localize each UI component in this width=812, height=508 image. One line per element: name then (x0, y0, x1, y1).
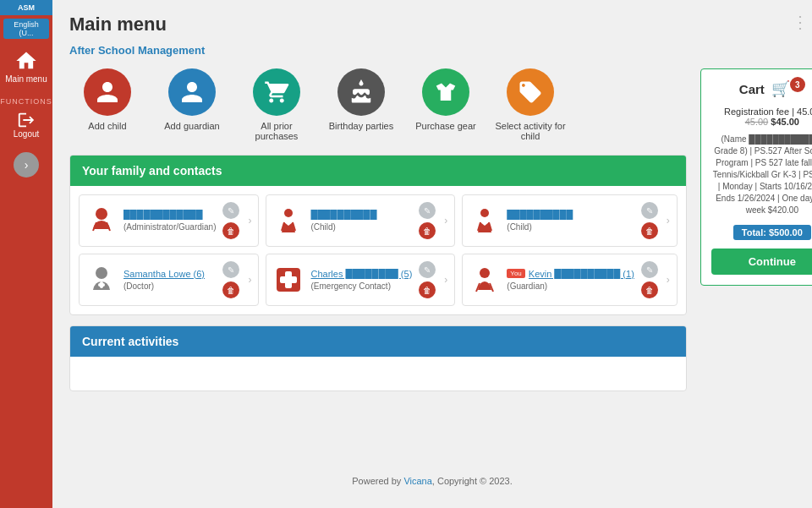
child2-expand-arrow[interactable]: › (667, 215, 670, 227)
functions-label: FUNCTIONS (0, 97, 52, 106)
svg-point-15 (480, 268, 490, 278)
child1-avatar-icon (273, 205, 304, 236)
cart-icon: 🛒 (771, 79, 790, 98)
contact-actions-emergency: ✎ 🗑 (419, 261, 436, 298)
contact-card-doctor: Samantha Lowe (6) (Doctor) ✎ 🗑 › (79, 254, 259, 306)
contact-avatar-doctor (86, 265, 117, 295)
contact-role-doctor: (Doctor) (123, 281, 154, 291)
contact-name-child2[interactable]: ██████████ (507, 210, 634, 220)
child2-avatar-icon (469, 205, 500, 236)
guardian-avatar-icon (86, 205, 117, 236)
birthday-icon (348, 79, 374, 105)
contact-info-emergency: Charles ████████ (5) (Emergency Contact) (310, 269, 412, 292)
contact-info-doctor: Samantha Lowe (6) (Doctor) (123, 269, 216, 292)
edit-child2-button[interactable]: ✎ (641, 202, 658, 219)
sidebar-main-menu[interactable]: Main menu (0, 42, 52, 90)
contact-actions-guardian2: ✎ 🗑 (641, 261, 658, 298)
family-section: Your family and contacts (69, 155, 687, 315)
page-title: Main menu (69, 14, 795, 36)
add-guardian-icon (179, 79, 205, 105)
expand-button[interactable]: › (14, 152, 39, 178)
footer: Powered by Vicana, Copyright © 2023. (69, 467, 795, 494)
contact-name-guardian2[interactable]: Kevin ██████████ (1) (529, 269, 634, 279)
birthday-icon-circle (337, 68, 385, 116)
gear-icon-circle (422, 68, 469, 116)
sidebar-main-menu-label: Main menu (5, 74, 47, 84)
add-child-icon-circle (84, 68, 131, 116)
language-button[interactable]: English (U... (3, 19, 49, 39)
gear-label: Purchase gear (415, 121, 476, 131)
tag-icon (518, 79, 543, 105)
emergency-expand-arrow[interactable]: › (444, 274, 447, 286)
activity-icon-circle (507, 68, 554, 116)
footer-link[interactable]: Vicana (403, 476, 431, 486)
footer-copyright: , Copyright © 2023. (432, 476, 513, 486)
edit-guardian2-button[interactable]: ✎ (641, 261, 658, 278)
contact-role-guardian: (Administrator/Guardian) (123, 222, 216, 232)
contact-name-doctor[interactable]: Samantha Lowe (6) (123, 269, 216, 279)
logout-button[interactable]: Logout (0, 106, 52, 144)
cart-fee-original: 45.00 (745, 117, 769, 127)
logout-icon (17, 111, 36, 129)
delete-child1-button[interactable]: 🗑 (419, 222, 436, 239)
purchases-icon (264, 79, 289, 105)
child1-expand-arrow[interactable]: › (444, 215, 447, 227)
doctor-avatar-icon (86, 265, 117, 295)
add-child-label: Add child (88, 121, 126, 131)
edit-guardian-button[interactable]: ✎ (222, 202, 239, 219)
cart-total: Total: $500.00 (711, 225, 812, 240)
left-panel: Add child Add guardian (69, 68, 687, 467)
delete-guardian2-button[interactable]: 🗑 (641, 281, 658, 298)
contact-actions-guardian: ✎ 🗑 (222, 202, 239, 239)
content-area: Add child Add guardian (69, 68, 795, 467)
contact-name-guardian[interactable]: ████████████ (123, 210, 216, 220)
contact-name-emergency[interactable]: Charles ████████ (5) (310, 269, 412, 279)
breadcrumb-link[interactable]: After School Management (69, 44, 795, 57)
cart-total-badge: Total: $500.00 (733, 225, 811, 240)
delete-emergency-button[interactable]: 🗑 (419, 281, 436, 298)
contact-card-child1: ██████████ (Child) ✎ 🗑 › (266, 194, 455, 247)
cart-badge: 3 (790, 77, 805, 92)
contact-role-child2: (Child) (507, 222, 531, 232)
menu-item-gear[interactable]: Purchase gear (408, 68, 484, 141)
guardian2-avatar-icon (469, 265, 500, 295)
edit-child1-button[interactable]: ✎ (419, 202, 436, 219)
contact-avatar-guardian (86, 205, 117, 236)
you-badge: You (507, 269, 525, 278)
delete-doctor-button[interactable]: 🗑 (222, 281, 239, 298)
family-section-header: Your family and contacts (70, 156, 686, 186)
continue-button[interactable]: Continue (711, 249, 812, 275)
contact-info-guardian: ████████████ (Administrator/Guardian) (123, 210, 216, 232)
svg-point-9 (96, 267, 107, 279)
menu-item-add-child[interactable]: Add child (69, 68, 145, 141)
activity-label: Select activity for child (492, 121, 568, 141)
contact-name-child1[interactable]: ██████████ (310, 210, 412, 220)
main-content: Main menu After School Management ⋮ Add … (52, 0, 812, 508)
edit-emergency-button[interactable]: ✎ (419, 261, 436, 278)
logout-label: Logout (14, 129, 40, 139)
purchases-icon-circle (253, 68, 300, 116)
emergency-avatar-icon (273, 265, 304, 295)
doctor-expand-arrow[interactable]: › (248, 274, 251, 286)
svg-point-3 (284, 209, 293, 217)
contact-role-emergency: (Emergency Contact) (310, 281, 390, 291)
delete-guardian-button[interactable]: 🗑 (222, 222, 239, 239)
menu-item-birthday[interactable]: Birthday parties (323, 68, 399, 141)
add-guardian-icon-circle (168, 68, 216, 116)
menu-item-purchases[interactable]: All prior purchases (239, 68, 315, 141)
cart-fee-label: Registration fee | 45.00 (724, 107, 812, 117)
contact-info-guardian2: You Kevin ██████████ (1) (Guardian) (507, 269, 634, 292)
contact-avatar-emergency (273, 265, 304, 295)
menu-item-add-guardian[interactable]: Add guardian (154, 68, 230, 141)
delete-child2-button[interactable]: 🗑 (641, 222, 658, 239)
guardian2-expand-arrow[interactable]: › (667, 274, 670, 286)
svg-point-6 (480, 209, 489, 217)
menu-item-select-activity[interactable]: Select activity for child (492, 68, 568, 141)
footer-powered-by: Powered by (352, 476, 403, 486)
contact-card-guardian2: You Kevin ██████████ (1) (Guardian) ✎ 🗑 … (462, 254, 678, 306)
contact-avatar-guardian2 (469, 265, 500, 295)
edit-doctor-button[interactable]: ✎ (222, 261, 239, 278)
contact-actions-child2: ✎ 🗑 (641, 202, 658, 239)
guardian-expand-arrow[interactable]: › (248, 215, 251, 227)
options-dots[interactable]: ⋮ (792, 12, 809, 32)
